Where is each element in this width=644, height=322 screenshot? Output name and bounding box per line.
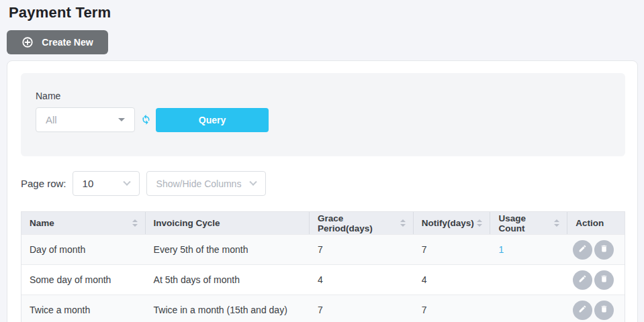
usage-count-link[interactable]: 1 [498, 244, 504, 255]
filter-panel: Name All Query [21, 73, 625, 156]
table-header-row: NameInvoicing CycleGrace Period(days)Not… [21, 212, 625, 234]
edit-button[interactable] [573, 270, 592, 290]
payment-terms-table: NameInvoicing CycleGrace Period(days)Not… [21, 211, 625, 322]
column-header-label: Name [30, 218, 54, 228]
create-new-label: Create New [42, 37, 93, 48]
page-row-value: 10 [83, 178, 94, 189]
trash-icon [600, 244, 608, 255]
pencil-icon [578, 305, 587, 315]
cell-action [567, 270, 625, 290]
pencil-icon [578, 274, 587, 285]
page-title: Payment Term [0, 0, 644, 21]
delete-button[interactable] [594, 301, 614, 320]
cell-notify: 7 [414, 244, 491, 255]
column-header-label: Invoicing Cycle [154, 218, 220, 228]
cell-invoicing-cycle: Every 5th of the month [146, 244, 310, 255]
cell-grace-period: 7 [310, 244, 414, 255]
sort-icon[interactable] [553, 219, 560, 227]
column-header-name[interactable]: Name [21, 212, 146, 234]
content-card: Name All Query Page row: 10 Show/Hide Co… [7, 60, 638, 322]
cell-action [567, 240, 625, 260]
delete-button[interactable] [594, 270, 614, 290]
trash-icon [600, 305, 608, 315]
table-row: Day of month Every 5th of the month 7 7 … [21, 234, 625, 264]
cell-name: Some day of month [21, 274, 146, 285]
cell-name: Day of month [21, 244, 146, 255]
page-row-select[interactable]: 10 [73, 171, 140, 196]
column-header-label: Grace Period(days) [318, 213, 400, 233]
pencil-icon [578, 244, 587, 255]
show-hide-columns-label: Show/Hide Columns [156, 178, 242, 189]
query-button[interactable]: Query [156, 108, 269, 132]
sort-icon[interactable] [476, 219, 483, 227]
table-body: Day of month Every 5th of the month 7 7 … [21, 234, 625, 322]
create-new-button[interactable]: Create New [7, 30, 108, 54]
table-row: Twice a month Twice in a month (15th and… [21, 294, 625, 322]
trash-icon [600, 274, 608, 285]
cell-notify: 4 [414, 274, 491, 285]
column-header-label: Action [576, 218, 604, 228]
delete-button[interactable] [594, 240, 614, 260]
caret-down-icon [118, 118, 125, 121]
chevron-down-icon [249, 178, 257, 185]
column-header-invoicing-cycle: Invoicing Cycle [146, 212, 310, 234]
column-header-notify-days[interactable]: Notify(days) [414, 212, 491, 234]
column-header-grace-period-days[interactable]: Grace Period(days) [310, 212, 414, 234]
refresh-button[interactable] [140, 113, 152, 127]
column-header-label: Notify(days) [422, 218, 474, 228]
column-header-action: Action [567, 212, 625, 234]
cell-invoicing-cycle: Twice in a month (15th and day) [146, 305, 310, 315]
cell-invoicing-cycle: At 5th days of month [146, 274, 310, 285]
plus-circle-icon [21, 36, 34, 48]
name-filter-select[interactable]: All [36, 107, 135, 132]
cell-grace-period: 4 [310, 274, 414, 285]
column-header-label: Usage Count [498, 213, 553, 233]
sort-icon[interactable] [400, 219, 406, 227]
column-header-usage-count[interactable]: Usage Count [490, 212, 567, 234]
name-filter-label: Name [36, 91, 610, 101]
cell-name: Twice a month [21, 305, 146, 315]
name-filter-value: All [46, 114, 57, 125]
cell-usage-count: 1 [490, 244, 567, 255]
table-controls: Page row: 10 Show/Hide Columns [21, 171, 624, 196]
table-row: Some day of month At 5th days of month 4… [21, 264, 625, 294]
cell-notify: 7 [414, 305, 491, 315]
chevron-down-icon [123, 178, 130, 185]
edit-button[interactable] [573, 240, 592, 260]
refresh-icon [140, 113, 152, 127]
page-row-label: Page row: [21, 178, 66, 189]
cell-grace-period: 7 [310, 305, 414, 315]
show-hide-columns-select[interactable]: Show/Hide Columns [146, 171, 266, 196]
sort-icon[interactable] [132, 219, 138, 227]
cell-action [567, 301, 625, 320]
edit-button[interactable] [573, 301, 592, 320]
